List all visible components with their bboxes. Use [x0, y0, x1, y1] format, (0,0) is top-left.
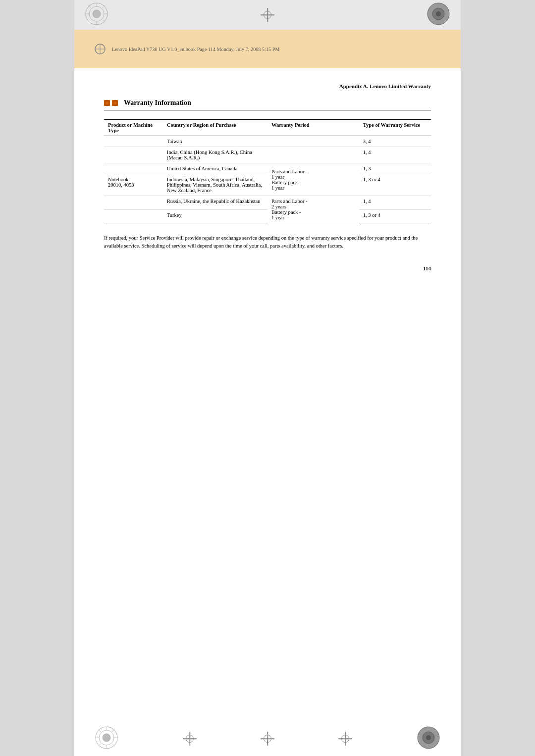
cell-type-1: 3, 4: [359, 136, 431, 147]
svg-point-2: [93, 10, 101, 18]
col-header-country: Country or Region of Purchase: [163, 120, 268, 136]
page-number: 114: [104, 265, 431, 271]
svg-point-13: [436, 11, 441, 16]
bottom-center-cross: [261, 732, 274, 746]
cell-product-4: Notebook:20010, 4053: [104, 174, 163, 196]
header-reg-mark: [94, 43, 106, 55]
col-header-period: Warranty Period: [268, 120, 359, 136]
cell-country-3: United States of America, Canada: [163, 163, 268, 174]
section-title-text: Warranty Information: [124, 99, 191, 107]
bottom-center-right-cross: [338, 732, 352, 746]
section-title-row: Warranty Information: [104, 99, 431, 110]
bottom-left-decoration: [94, 725, 119, 752]
table-row: India, China (Hong Kong S.A.R.), China (…: [104, 147, 431, 163]
main-content: Appendix A. Lenovo Limited Warranty Warr…: [74, 68, 461, 301]
cell-country-1: Taiwan: [163, 136, 268, 147]
top-left-decoration: [84, 1, 109, 28]
page: Lenovo IdeaPad Y730 UG V1.0_en.book Page…: [74, 0, 461, 756]
orange-square-2: [112, 100, 118, 106]
cell-type-5: 1, 4: [359, 196, 431, 210]
svg-point-30: [426, 735, 431, 740]
svg-point-19: [103, 734, 110, 742]
cell-country-2: India, China (Hong Kong S.A.R.), China (…: [163, 147, 268, 163]
header-breadcrumb: Lenovo IdeaPad Y730 UG V1.0_en.book Page…: [112, 47, 279, 52]
cell-type-3: 1, 3: [359, 163, 431, 174]
header-bar: Lenovo IdeaPad Y730 UG V1.0_en.book Page…: [74, 30, 461, 68]
col-header-product: Product or Machine Type: [104, 120, 163, 136]
bottom-center-left-cross: [183, 732, 197, 746]
col-header-type: Type of Warranty Service: [359, 120, 431, 136]
table-row: Taiwan 3, 4: [104, 136, 431, 147]
top-decorative-bar: [74, 0, 461, 30]
cell-product-6: [104, 209, 163, 223]
table-row: United States of America, Canada Parts a…: [104, 163, 431, 174]
table-row: Russia, Ukraine, the Republic of Kazakhs…: [104, 196, 431, 210]
bottom-marks: [74, 721, 461, 756]
cell-type-6: 1, 3 or 4: [359, 209, 431, 223]
appendix-title: Appendix A. Lenovo Limited Warranty: [104, 83, 431, 89]
cell-period-5-6: Parts and Labor -2 yearsBattery pack -1 …: [268, 196, 359, 223]
top-right-decoration: [426, 1, 451, 28]
cell-period-3-4: Parts and Labor -1 yearBattery pack -1 y…: [268, 163, 359, 196]
cell-type-4: 1, 3 or 4: [359, 174, 431, 196]
cell-period-1: [268, 136, 359, 147]
orange-squares-decoration: [104, 100, 118, 106]
bottom-right-decoration: [416, 725, 441, 752]
cell-country-5: Russia, Ukraine, the Republic of Kazakhs…: [163, 196, 268, 210]
cell-product-5: [104, 196, 163, 210]
cell-type-2: 1, 4: [359, 147, 431, 163]
cell-product-1: [104, 136, 163, 147]
table-header-row: Product or Machine Type Country or Regio…: [104, 120, 431, 136]
cell-country-6: Turkey: [163, 209, 268, 223]
cell-product-3: [104, 163, 163, 174]
top-reg-cross-left: [261, 8, 274, 22]
warranty-table: Product or Machine Type Country or Regio…: [104, 119, 431, 223]
orange-square-1: [104, 100, 110, 106]
cell-period-2: [268, 147, 359, 163]
cell-country-4: Indonesia, Malaysia, Singapore, Thailand…: [163, 174, 268, 196]
body-text: If required, your Service Provider will …: [104, 234, 431, 251]
cell-product-2: [104, 147, 163, 163]
